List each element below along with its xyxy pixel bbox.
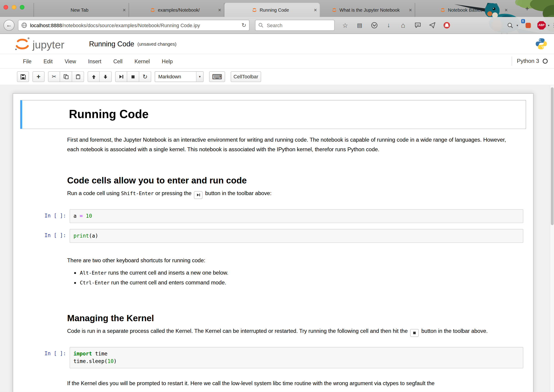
- chevron-down-icon[interactable]: ▾: [517, 23, 518, 27]
- minimize-window-button[interactable]: [12, 5, 16, 10]
- markdown-cell-code-cells[interactable]: Code cells allow you to enter and run co…: [20, 160, 526, 205]
- code-line: time.sleep(10): [74, 357, 519, 365]
- markdown-cell-segfault[interactable]: If the Kernel dies you will be prompted …: [20, 372, 526, 392]
- menu-kernel[interactable]: Kernel: [129, 54, 156, 68]
- close-icon[interactable]: ×: [314, 7, 317, 13]
- menu-edit[interactable]: Edit: [37, 54, 59, 68]
- bookmark-star-icon[interactable]: ☆: [339, 20, 351, 31]
- markdown-cell-intro[interactable]: First and foremost, the Jupyter Notebook…: [20, 129, 526, 160]
- paste-cell-button[interactable]: [72, 71, 84, 82]
- home-icon[interactable]: ⌂: [398, 20, 409, 31]
- cell-type-select[interactable]: Markdown ▼: [155, 71, 204, 82]
- copy-icon: [63, 74, 69, 79]
- jupyter-page: jupyter Running Code (unsaved changes) F…: [0, 34, 554, 392]
- python-logo-icon: [535, 37, 548, 50]
- markdown-cell-title-selected[interactable]: Running Code: [20, 100, 526, 129]
- browser-nav-toolbar: ← localhost:8888/notebooks/docs/source/e…: [0, 17, 554, 34]
- code-editor[interactable]: import time time.sleep(10): [70, 347, 523, 368]
- jupyter-logo-text: jupyter: [32, 40, 64, 51]
- tab-what-is-jupyter[interactable]: What is the Jupyter Notebook ×: [320, 3, 415, 17]
- code-cell-a-equals-10[interactable]: In [ ]: a = 10: [20, 207, 526, 224]
- stop-icon: [131, 75, 135, 79]
- scrollbar-thumb[interactable]: [551, 87, 554, 225]
- run-cell-button[interactable]: [115, 71, 127, 82]
- abp-icon[interactable]: ABP: [536, 20, 547, 31]
- kbd-ctrl-enter: Ctrl-Enter: [80, 280, 110, 286]
- code-line: print(a): [74, 232, 519, 239]
- notebook-h2-kernel: Managing the Kernel: [67, 313, 519, 323]
- menu-insert[interactable]: Insert: [82, 54, 107, 68]
- url-bar[interactable]: localhost:8888/notebooks/docs/source/exa…: [18, 20, 249, 31]
- zoom-extension-icon[interactable]: [505, 20, 516, 31]
- save-button[interactable]: [17, 71, 29, 82]
- close-icon[interactable]: ×: [123, 7, 126, 13]
- kernel-idle-icon: [543, 59, 548, 64]
- menu-cell[interactable]: Cell: [107, 54, 129, 68]
- search-input[interactable]: [266, 22, 326, 28]
- menu-view[interactable]: View: [59, 54, 82, 68]
- chevron-down-icon[interactable]: ▾: [548, 23, 549, 27]
- pocket-icon[interactable]: [369, 20, 380, 31]
- code-editor[interactable]: a = 10: [70, 209, 523, 223]
- jupyter-logo-icon: [14, 36, 30, 51]
- close-icon[interactable]: ×: [218, 7, 221, 13]
- jupyter-logo[interactable]: jupyter: [14, 36, 64, 51]
- restart-kernel-button[interactable]: ↻: [139, 71, 151, 82]
- nav-icon-row: ☆ ▤ ↓ ⌂: [339, 20, 452, 31]
- menu-help[interactable]: Help: [156, 54, 179, 68]
- move-cell-down-button[interactable]: [100, 71, 112, 82]
- code-cell-import-time[interactable]: In [ ]: import time time.sleep(10): [20, 345, 526, 370]
- notebook-title[interactable]: Running Code: [89, 40, 134, 48]
- menu-file[interactable]: File: [17, 54, 37, 68]
- jupyter-favicon: [252, 7, 257, 13]
- insert-cell-button[interactable]: +: [32, 71, 45, 82]
- run-icon: [119, 74, 124, 79]
- chat-icon[interactable]: [412, 20, 423, 31]
- reading-list-icon[interactable]: ▤: [354, 20, 365, 31]
- input-prompt: In [ ]:: [23, 347, 70, 356]
- download-icon[interactable]: ↓: [383, 20, 394, 31]
- jupyter-favicon: [331, 7, 337, 13]
- tab-title: Notebook Basics: [448, 7, 482, 13]
- arrow-down-icon: [103, 75, 108, 79]
- tab-new-tab[interactable]: New Tab ×: [34, 3, 129, 17]
- notebook-menubar: File Edit View Insert Cell Kernel Help P…: [0, 54, 554, 69]
- browser-chrome: New Tab × examples/Notebook/ × Running C…: [0, 0, 554, 34]
- adblock-hand-icon[interactable]: [441, 20, 452, 31]
- input-prompt: In [ ]:: [23, 209, 70, 218]
- share-icon[interactable]: [426, 20, 438, 31]
- kernel-name: Python 3: [517, 58, 539, 64]
- select-caret-icon[interactable]: ▼: [196, 72, 203, 82]
- intro-paragraph: First and foremost, the Jupyter Notebook…: [67, 135, 519, 154]
- tab-examples-notebook[interactable]: examples/Notebook/ ×: [129, 3, 224, 17]
- tab-notebook-basics[interactable]: Notebook Basics ×: [415, 3, 511, 17]
- move-cell-up-button[interactable]: [88, 71, 100, 82]
- new-tab-button[interactable]: +: [522, 5, 532, 14]
- search-bar[interactable]: [255, 20, 334, 31]
- search-icon: [258, 23, 263, 28]
- cell-type-value: Markdown: [155, 74, 196, 79]
- zoom-window-button[interactable]: [20, 5, 24, 10]
- adblock-counter-icon[interactable]: 8: [522, 20, 534, 31]
- code-cell-print-a[interactable]: In [ ]: print(a): [20, 227, 526, 245]
- markdown-cell-kernel[interactable]: Managing the Kernel Code is run in a sep…: [20, 298, 526, 343]
- tab-running-code-active[interactable]: Running Code ×: [224, 3, 320, 17]
- cut-cell-button[interactable]: ✂: [48, 71, 60, 82]
- markdown-cell-shortcuts[interactable]: There are two other keyboard shortcuts f…: [20, 249, 526, 292]
- back-button[interactable]: ←: [3, 20, 14, 31]
- close-icon[interactable]: ×: [505, 7, 508, 13]
- url-path: /notebooks/docs/source/examples/Notebook…: [62, 22, 200, 28]
- interrupt-kernel-button[interactable]: [127, 71, 139, 82]
- page-scrollbar[interactable]: [550, 85, 554, 392]
- blocked-count-badge: 8: [521, 19, 525, 23]
- reload-icon[interactable]: ↻: [242, 22, 246, 28]
- code-editor[interactable]: print(a): [70, 229, 523, 243]
- cell-toolbar-button[interactable]: CellToolbar: [231, 71, 261, 82]
- close-window-button[interactable]: [3, 5, 8, 10]
- extension-icon-group: ▾ 8 ABP ▾: [505, 20, 554, 31]
- close-icon[interactable]: ×: [409, 7, 412, 13]
- kbd-shift-enter: Shift-Enter: [121, 190, 154, 196]
- globe-icon: [21, 22, 27, 28]
- copy-cell-button[interactable]: [60, 71, 72, 82]
- command-palette-button[interactable]: ⌨: [209, 71, 225, 82]
